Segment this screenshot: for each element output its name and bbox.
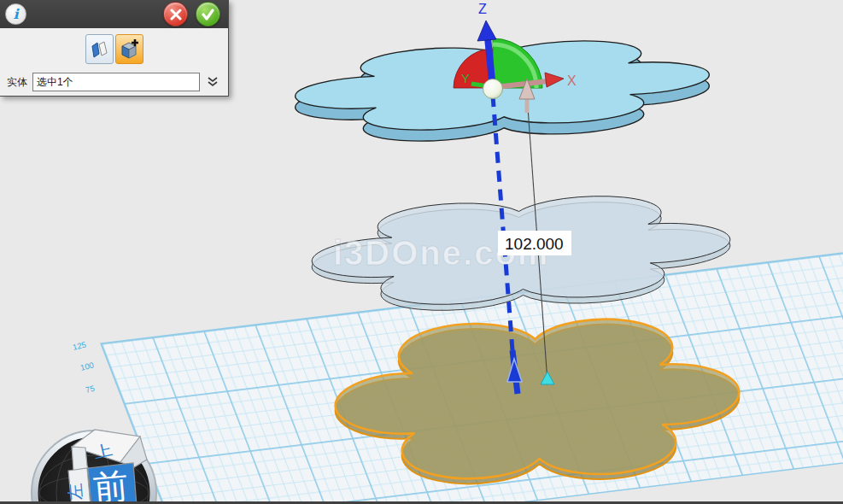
axis-label-100: 100 <box>79 360 95 372</box>
view-cube-left-label: 左 <box>65 483 85 501</box>
operation-panel-header: i <box>0 0 228 28</box>
x-axis-label: X <box>567 73 577 88</box>
view-cube-front-label: 前 <box>91 466 130 504</box>
mode-button-group <box>0 34 228 64</box>
cancel-button[interactable] <box>163 2 188 26</box>
y-axis-label: Y <box>461 71 470 85</box>
solid-add-mode-button[interactable] <box>115 34 143 64</box>
accept-button[interactable] <box>196 2 220 26</box>
dimension-value[interactable]: 102.000 <box>505 235 564 253</box>
surface-icon <box>89 39 109 60</box>
view-cube-left-bevel <box>72 447 88 471</box>
entity-selection-input[interactable] <box>32 73 200 91</box>
triad-origin-sphere[interactable] <box>483 79 503 99</box>
grid-axis-labels: 125 100 75 <box>72 339 96 395</box>
axis-label-75: 75 <box>85 384 96 395</box>
operation-panel: i 实体 <box>0 0 229 97</box>
surface-mode-button[interactable] <box>85 34 114 64</box>
double-chevron-down-icon <box>207 76 219 88</box>
axis-label-125: 125 <box>72 339 87 352</box>
view-cube[interactable]: 前 上 左 <box>32 430 156 504</box>
close-icon <box>170 9 182 21</box>
add-solid-icon <box>118 38 140 61</box>
expand-entity-list-button[interactable] <box>207 76 219 88</box>
z-axis-label: Z <box>478 2 487 16</box>
info-icon[interactable]: i <box>5 3 26 25</box>
entity-selection-row: 实体 <box>0 72 228 92</box>
checkmark-icon <box>202 9 214 21</box>
dimension-label[interactable]: 102.000 <box>498 231 571 255</box>
entity-field-label: 实体 <box>7 75 27 90</box>
